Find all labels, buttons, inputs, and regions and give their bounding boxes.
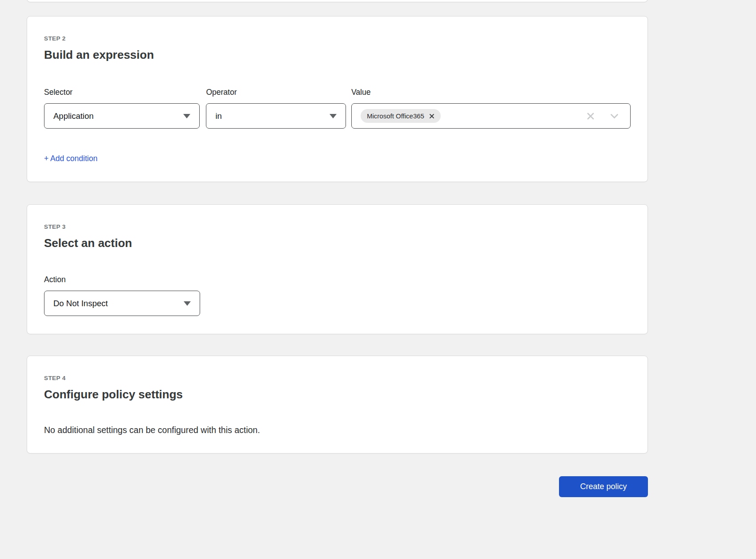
- expression-fields-row: Selector Application Operator in Value M…: [44, 88, 631, 129]
- step-4-label: STEP 4: [44, 375, 631, 382]
- selector-select[interactable]: Application: [44, 103, 200, 129]
- add-condition-link[interactable]: + Add condition: [44, 154, 97, 163]
- no-settings-note: No additional settings can be configured…: [44, 425, 631, 435]
- action-field: Action Do Not Inspect: [44, 275, 200, 316]
- step-3-title: Select an action: [44, 236, 631, 250]
- value-multiselect[interactable]: Microsoft Office365: [351, 103, 631, 129]
- chevron-down-icon[interactable]: [610, 113, 619, 119]
- policy-builder-page: STEP 2 Build an expression Selector Appl…: [0, 0, 756, 559]
- selector-value: Application: [53, 111, 94, 121]
- operator-value: in: [215, 111, 221, 121]
- step-4-title: Configure policy settings: [44, 388, 631, 401]
- operator-label: Operator: [206, 88, 346, 97]
- previous-step-card-edge: [27, 0, 648, 2]
- create-policy-button[interactable]: Create policy: [559, 476, 648, 497]
- chevron-down-icon: [330, 114, 337, 118]
- card-step-3-select-action: STEP 3 Select an action Action Do Not In…: [27, 204, 648, 334]
- clear-selection-icon[interactable]: [586, 112, 595, 121]
- action-value: Do Not Inspect: [53, 299, 108, 308]
- selector-label: Selector: [44, 88, 200, 97]
- value-field: Value Microsoft Office365: [351, 88, 631, 129]
- selector-field: Selector Application: [44, 88, 200, 129]
- value-tag: Microsoft Office365: [361, 109, 441, 123]
- chevron-down-icon: [183, 114, 190, 118]
- step-2-title: Build an expression: [44, 48, 631, 62]
- value-label: Value: [351, 88, 631, 97]
- card-step-4-policy-settings: STEP 4 Configure policy settings No addi…: [27, 356, 648, 454]
- chevron-down-icon: [184, 301, 191, 306]
- card-step-2-build-expression: STEP 2 Build an expression Selector Appl…: [27, 16, 648, 182]
- value-field-icons: [586, 112, 621, 121]
- operator-select[interactable]: in: [206, 103, 346, 129]
- step-2-label: STEP 2: [44, 35, 631, 42]
- operator-field: Operator in: [206, 88, 346, 129]
- tag-remove-icon[interactable]: [429, 113, 434, 119]
- action-select[interactable]: Do Not Inspect: [44, 291, 200, 316]
- value-tag-text: Microsoft Office365: [367, 112, 424, 120]
- step-3-label: STEP 3: [44, 223, 631, 231]
- action-label: Action: [44, 275, 200, 284]
